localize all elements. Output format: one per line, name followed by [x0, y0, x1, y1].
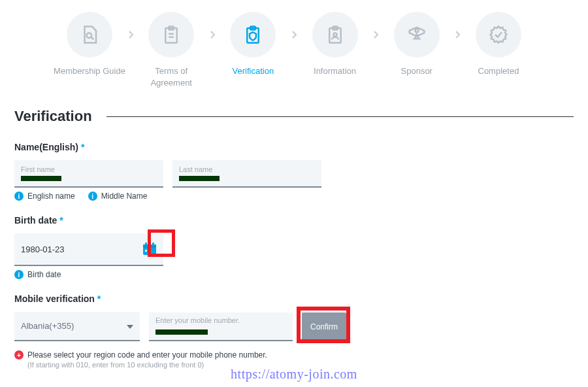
chevron-right-icon	[291, 30, 297, 42]
step-circle	[312, 12, 358, 58]
highlight-confirm	[297, 307, 350, 343]
label-text: Name(English)	[14, 142, 78, 152]
mobile-row: Albania(+355) Enter your mobile number. …	[14, 312, 574, 341]
birth-hints: iBirth date	[14, 270, 574, 279]
svg-point-7	[333, 33, 336, 37]
chevron-right-icon	[372, 30, 379, 42]
last-name-field[interactable]: Last name	[172, 160, 321, 188]
divider	[106, 116, 574, 117]
hint-text: Middle Name	[101, 192, 148, 201]
page-title: Verification	[14, 108, 92, 125]
step-information: Information	[299, 12, 371, 77]
hint-text: Birth date	[27, 270, 61, 279]
redacted-value	[155, 329, 208, 335]
birth-date-field[interactable]: 1980-01-23	[14, 233, 163, 266]
first-name-field[interactable]: First name	[14, 160, 163, 188]
step-sponsor: Sponsor	[381, 12, 453, 77]
step-circle	[476, 12, 521, 58]
info-icon: i	[14, 192, 24, 201]
hint-english-name: iEnglish name	[14, 192, 75, 201]
label-text: Mobile verification	[14, 294, 95, 304]
step-label: Terms of Agreement	[135, 65, 207, 88]
chevron-down-icon	[127, 321, 133, 331]
info-icon: i	[88, 192, 97, 201]
hint-middle-name: iMiddle Name	[88, 192, 148, 201]
chevron-right-icon	[127, 30, 134, 42]
chevron-right-icon	[209, 30, 216, 42]
highlight-calendar	[148, 229, 175, 257]
step-circle	[67, 12, 112, 58]
step-verification: Verification	[217, 12, 289, 77]
title-row: Verification	[14, 108, 574, 125]
hint-birth: iBirth date	[14, 270, 61, 279]
watermark: https://atomy-join.com	[231, 367, 357, 382]
step-label: Sponsor	[401, 65, 433, 77]
placeholder: First name	[21, 165, 157, 173]
name-row: First name Last name	[14, 160, 574, 188]
required-star: *	[97, 294, 101, 304]
error-text: Please select your region code and enter…	[27, 350, 267, 360]
step-label: Completed	[478, 65, 519, 77]
redacted-value	[179, 176, 220, 181]
info-icon: i	[14, 270, 24, 279]
birth-value: 1980-01-23	[21, 244, 65, 254]
step-label: Information	[314, 65, 356, 77]
birth-row: 1980-01-23	[14, 233, 574, 266]
step-circle	[394, 12, 440, 58]
placeholder: Enter your mobile number.	[155, 316, 286, 324]
mobile-error-sub: (If starting with 010, enter from 10 exc…	[27, 361, 574, 369]
svg-rect-13	[145, 250, 147, 252]
step-completed: Completed	[463, 12, 534, 77]
step-terms: Terms of Agreement	[135, 12, 207, 88]
country-code-select[interactable]: Albania(+355)	[14, 312, 140, 341]
mobile-error: +Please select your region code and ente…	[14, 350, 574, 360]
birth-label: Birth date *	[14, 215, 574, 226]
label-text: Birth date	[14, 215, 57, 226]
name-label: Name(English) *	[14, 142, 574, 152]
hint-text: English name	[27, 192, 75, 201]
name-hints: iEnglish name iMiddle Name	[14, 192, 574, 201]
mobile-number-field[interactable]: Enter your mobile number.	[149, 312, 293, 341]
redacted-value	[21, 176, 61, 181]
placeholder: Last name	[179, 165, 315, 173]
required-star: *	[81, 142, 84, 152]
svg-rect-11	[145, 243, 147, 246]
mobile-label: Mobile verification *	[14, 294, 574, 304]
step-label: Membership Guide	[54, 65, 125, 77]
stepper: Membership Guide Terms of Agreement Veri…	[14, 12, 574, 88]
step-circle	[230, 12, 276, 58]
required-star: *	[59, 215, 63, 226]
step-label: Verification	[233, 65, 274, 77]
step-membership-guide: Membership Guide	[54, 12, 125, 77]
step-circle	[148, 12, 194, 58]
country-value: Albania(+355)	[21, 321, 74, 331]
error-icon: +	[14, 350, 24, 360]
svg-point-0	[87, 33, 92, 39]
chevron-right-icon	[454, 30, 461, 42]
svg-point-8	[415, 29, 418, 32]
